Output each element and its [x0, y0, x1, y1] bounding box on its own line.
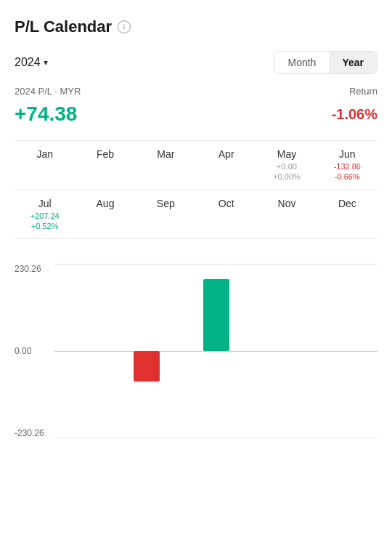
year-toggle-button[interactable]: Year	[329, 52, 377, 73]
view-toggle: Month Year	[274, 51, 377, 74]
chart-section: 230.26 0.00 -230.26	[15, 257, 377, 446]
return-label: Return	[349, 86, 377, 97]
pl-summary-labels: 2024 P/L · MYR Return	[15, 86, 377, 97]
chart-area	[54, 257, 377, 446]
chart-bot-label: -230.26	[15, 428, 54, 438]
year-label: 2024	[15, 56, 41, 69]
month-apr[interactable]: Apr	[196, 141, 256, 190]
month-toggle-button[interactable]: Month	[274, 52, 329, 73]
sep-candle	[134, 351, 160, 382]
months-row-2: Jul +207.24+0.52% Aug Sep Oct Nov Dec	[15, 190, 377, 240]
month-aug[interactable]: Aug	[75, 190, 135, 240]
month-oct[interactable]: Oct	[196, 190, 256, 240]
month-nov[interactable]: Nov	[256, 190, 317, 240]
chart-mid-label: 0.00	[15, 346, 54, 356]
month-mar[interactable]: Mar	[136, 141, 196, 190]
month-jul[interactable]: Jul +207.24+0.52%	[15, 190, 75, 240]
pl-value: +74.38	[15, 102, 77, 126]
oct-candle	[203, 279, 229, 351]
header: P/L Calendar i	[15, 17, 377, 36]
month-feb[interactable]: Feb	[75, 141, 135, 190]
year-arrow-icon: ▾	[44, 57, 48, 68]
month-dec[interactable]: Dec	[317, 190, 377, 240]
controls-row: 2024 ▾ Month Year	[15, 51, 377, 74]
pl-value-row: +74.38 -1.06%	[15, 102, 377, 126]
months-row-1: Jan Feb Mar Apr May +0.00+0.00% Jun -132…	[15, 141, 377, 190]
month-may[interactable]: May +0.00+0.00%	[256, 141, 317, 190]
chart-top-label: 230.26	[15, 264, 54, 274]
year-selector[interactable]: 2024 ▾	[15, 56, 48, 69]
pl-label: 2024 P/L · MYR	[15, 86, 81, 97]
month-jun[interactable]: Jun -132.86-0.66%	[317, 141, 377, 190]
candle-container	[54, 257, 377, 446]
info-icon[interactable]: i	[118, 20, 131, 33]
return-value: -1.06%	[332, 106, 377, 123]
page-container: P/L Calendar i 2024 ▾ Month Year 2024 P/…	[0, 0, 392, 460]
page-title: P/L Calendar	[15, 17, 112, 36]
month-jan[interactable]: Jan	[15, 141, 75, 190]
month-sep[interactable]: Sep	[136, 190, 196, 240]
chart-y-labels: 230.26 0.00 -230.26	[15, 257, 54, 446]
